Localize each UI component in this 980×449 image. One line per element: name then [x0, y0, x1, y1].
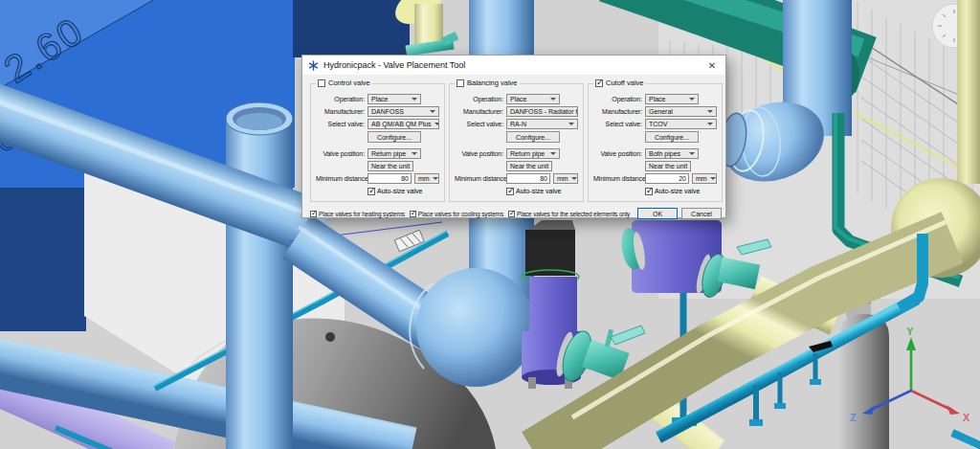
control-valve-checkbox[interactable]	[318, 79, 325, 87]
min-distance-label: Minimum distance:	[316, 175, 365, 182]
operation-label: Operation:	[593, 96, 642, 102]
chevron-down-icon	[710, 177, 716, 180]
dialog-title: Hydronicpack - Valve Placement Tool	[323, 60, 465, 70]
manufacturer-select[interactable]: DANFOSS	[368, 106, 439, 117]
autosize-checkbox[interactable]	[506, 188, 514, 195]
group-control-valve: Control valve Operation: Place Manufactu…	[310, 83, 445, 202]
min-distance-label: Minimum distance:	[593, 175, 642, 182]
ok-button[interactable]: OK	[637, 208, 678, 219]
chevron-down-icon	[433, 177, 438, 180]
manufacturer-label: Manufacturer:	[455, 108, 503, 115]
configure-button[interactable]: Configure...	[645, 131, 699, 143]
min-distance-label: Minimum distance:	[455, 175, 503, 182]
unit-select[interactable]: mm	[553, 173, 578, 184]
chevron-down-icon	[689, 98, 695, 101]
dialog-body: Control valve Operation: Place Manufactu…	[302, 75, 725, 202]
cutoff-valve-checkbox[interactable]	[595, 79, 603, 87]
axis-label-z: Z	[850, 412, 857, 423]
selected-elements-checkbox[interactable]	[508, 211, 515, 217]
chevron-down-icon	[434, 123, 439, 125]
chevron-down-icon	[568, 123, 574, 125]
select-valve-select[interactable]: TCOV	[645, 119, 717, 129]
placement-select[interactable]: Near the unit	[645, 161, 691, 171]
select-valve-label: Select valve:	[593, 121, 642, 127]
group-cutoff-valve: Cutoff valve Operation: Place Manufactur…	[588, 83, 723, 202]
manufacturer-select[interactable]: General	[645, 106, 717, 117]
manufacturer-select[interactable]: DANFOSS - Radiator ther	[506, 106, 578, 117]
balancing-valve-checkbox[interactable]	[457, 79, 464, 87]
group-balancing-valve: Balancing valve Operation: Place Manufac…	[449, 83, 584, 202]
operation-select[interactable]: Place	[368, 94, 421, 104]
group-label: Control valve	[328, 79, 370, 87]
chevron-down-icon	[551, 165, 552, 168]
valve-position-label: Valve position:	[316, 150, 365, 157]
selected-elements-label: Place valves for the selected elements o…	[517, 211, 630, 217]
revit-3d-viewport: 2.60 60	[0, 0, 980, 449]
heating-systems-checkbox[interactable]	[310, 211, 317, 217]
autosize-label: Auto-size valve	[377, 188, 422, 194]
min-distance-input[interactable]: 20	[645, 173, 689, 184]
valve-position-label: Valve position:	[593, 150, 642, 157]
chevron-down-icon	[550, 152, 556, 155]
group-label: Cutoff valve	[606, 79, 643, 87]
select-valve-select[interactable]: RA-N	[506, 119, 578, 129]
close-icon[interactable]: ✕	[704, 60, 720, 71]
chevron-down-icon	[550, 98, 556, 101]
autosize-label: Auto-size valve	[655, 188, 700, 194]
chevron-down-icon	[571, 177, 577, 180]
blue-pipe-vertical-open	[226, 102, 293, 449]
valve-position-select[interactable]: Return pipe	[506, 148, 560, 159]
cancel-button[interactable]: Cancel	[681, 208, 722, 219]
group-label: Balancing valve	[467, 79, 518, 87]
unit-select[interactable]: mm	[414, 173, 439, 184]
autosize-label: Auto-size valve	[516, 188, 561, 194]
chevron-down-icon	[412, 165, 413, 168]
valve-placement-dialog: Hydronicpack - Valve Placement Tool ✕ Co…	[301, 55, 726, 218]
chevron-down-icon	[689, 152, 695, 155]
select-valve-label: Select valve:	[316, 121, 365, 127]
operation-label: Operation:	[316, 96, 365, 102]
dialog-footer: Place valves for heating systems Place v…	[302, 202, 725, 219]
chevron-down-icon	[412, 152, 417, 155]
configure-button[interactable]: Configure...	[368, 131, 421, 143]
min-distance-input[interactable]: 80	[368, 173, 412, 184]
unit-select[interactable]: mm	[692, 173, 717, 184]
valve-position-select[interactable]: Return pipe	[368, 148, 421, 159]
configure-button[interactable]: Configure...	[506, 131, 560, 143]
min-distance-input[interactable]: 80	[506, 173, 550, 184]
operation-select[interactable]: Place	[506, 94, 560, 104]
chevron-down-icon	[707, 110, 713, 113]
cooling-systems-label: Place valves for cooling systems	[418, 211, 503, 217]
operation-label: Operation:	[455, 96, 503, 102]
select-valve-select[interactable]: AB QM/AB QM Plus	[368, 119, 439, 129]
axis-label-y: Y	[906, 326, 914, 337]
chevron-down-icon	[412, 98, 417, 101]
hydronicpack-logo-icon	[308, 60, 319, 71]
cooling-systems-checkbox[interactable]	[410, 211, 416, 217]
autosize-checkbox[interactable]	[645, 188, 653, 195]
dialog-titlebar[interactable]: Hydronicpack - Valve Placement Tool ✕	[302, 56, 725, 75]
valve-position-select[interactable]: Both pipes	[645, 148, 699, 159]
heating-systems-label: Place valves for heating systems	[319, 211, 405, 217]
axis-label-x: X	[963, 412, 970, 423]
chevron-down-icon	[690, 165, 691, 168]
chevron-down-icon	[707, 123, 713, 125]
manufacturer-label: Manufacturer:	[593, 108, 642, 115]
manufacturer-label: Manufacturer:	[316, 108, 365, 115]
select-valve-label: Select valve:	[455, 121, 503, 127]
autosize-checkbox[interactable]	[368, 188, 375, 195]
placement-select[interactable]: Near the unit	[368, 161, 413, 171]
chevron-down-icon	[430, 110, 435, 113]
placement-select[interactable]: Near the unit	[506, 161, 552, 171]
operation-select[interactable]: Place	[645, 94, 699, 104]
valve-position-label: Valve position:	[455, 150, 503, 157]
